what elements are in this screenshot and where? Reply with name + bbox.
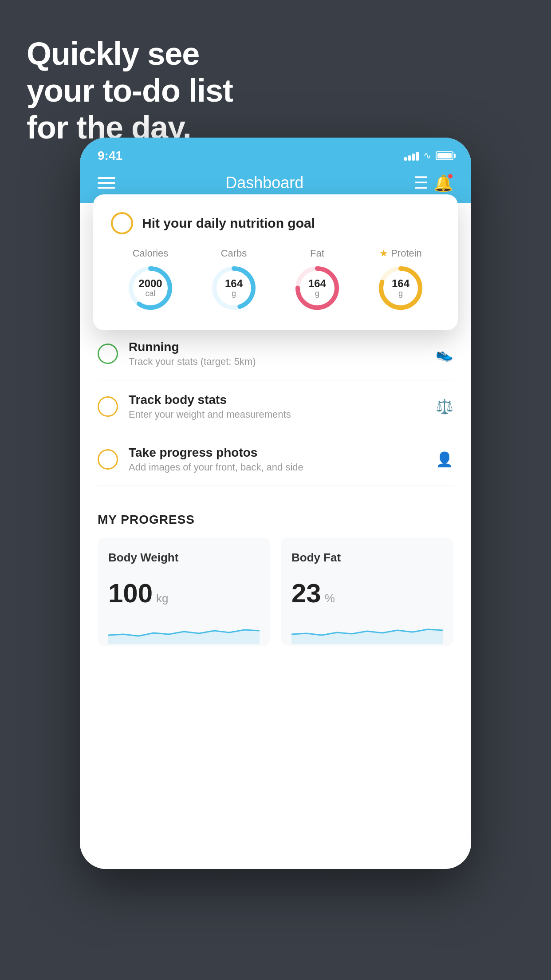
nutrition-protein: ★ Protein 164 g <box>376 248 425 312</box>
phone-mockup: 9:41 ∿ Dashboard ☰ 🔔 THINGS TO DO TODAY <box>80 138 471 869</box>
nutrition-calories: Calories 2000 cal <box>126 248 175 312</box>
nutrition-check-circle <box>111 212 133 234</box>
calories-value: 2000 <box>138 278 162 289</box>
protein-unit: g <box>392 289 409 298</box>
menu-button[interactable] <box>98 177 115 189</box>
body-fat-value-row: 23 % <box>291 578 443 609</box>
progress-cards: Body Weight 100 kg Body Fat 23 % <box>98 537 453 646</box>
body-stats-title: Track body stats <box>129 393 425 407</box>
status-time: 9:41 <box>98 149 122 163</box>
body-weight-number: 100 <box>108 578 153 609</box>
carbs-value: 164 <box>225 278 243 289</box>
calories-ring: 2000 cal <box>126 264 175 312</box>
photos-icon: 👤 <box>436 451 453 468</box>
calories-label: Calories <box>133 248 169 259</box>
notification-button[interactable]: ☰ 🔔 <box>413 173 453 193</box>
progress-section: MY PROGRESS Body Weight 100 kg Body Fat <box>80 486 471 664</box>
phone-content: THINGS TO DO TODAY Hit your daily nutrit… <box>80 203 471 869</box>
body-weight-chart <box>108 617 260 644</box>
nutrition-card-header: Hit your daily nutrition goal <box>111 212 440 234</box>
photos-check-circle <box>98 449 118 470</box>
hero-text: Quickly see your to-do list for the day. <box>27 36 233 146</box>
fat-ring: 164 g <box>293 264 342 312</box>
protein-value: 164 <box>392 278 409 289</box>
nutrition-fat: Fat 164 g <box>293 248 342 312</box>
wifi-icon: ∿ <box>423 150 431 162</box>
photos-title: Take progress photos <box>129 446 425 460</box>
body-weight-value-row: 100 kg <box>108 578 260 609</box>
body-stats-text: Track body stats Enter your weight and m… <box>129 393 425 420</box>
body-fat-title: Body Fat <box>291 551 443 565</box>
body-weight-unit: kg <box>156 592 168 605</box>
body-fat-card[interactable]: Body Fat 23 % <box>281 537 453 646</box>
todo-body-stats[interactable]: Track body stats Enter your weight and m… <box>98 380 453 433</box>
nutrition-card[interactable]: Hit your daily nutrition goal Calories 2… <box>93 194 458 330</box>
carbs-label: Carbs <box>221 248 247 259</box>
nutrition-card-title: Hit your daily nutrition goal <box>142 216 315 231</box>
calories-unit: cal <box>138 289 162 298</box>
body-stats-icon: ⚖️ <box>436 398 453 415</box>
body-weight-title: Body Weight <box>108 551 260 565</box>
star-icon: ★ <box>379 248 388 259</box>
body-stats-check-circle <box>98 396 118 417</box>
body-weight-card[interactable]: Body Weight 100 kg <box>98 537 270 646</box>
fat-value: 164 <box>308 278 326 289</box>
carbs-unit: g <box>225 289 243 298</box>
running-subtitle: Track your stats (target: 5km) <box>129 356 425 368</box>
body-stats-subtitle: Enter your weight and measurements <box>129 409 425 420</box>
protein-label: ★ Protein <box>379 248 422 259</box>
body-fat-chart <box>291 617 443 644</box>
signal-icon <box>404 151 419 161</box>
running-icon: 👟 <box>436 345 453 362</box>
photos-text: Take progress photos Add images of your … <box>129 446 425 473</box>
running-text: Running Track your stats (target: 5km) <box>129 340 425 368</box>
carbs-ring: 164 g <box>209 264 258 312</box>
fat-unit: g <box>308 289 326 298</box>
todo-progress-photos[interactable]: Take progress photos Add images of your … <box>98 433 453 486</box>
svg-marker-8 <box>108 630 260 644</box>
running-check-circle <box>98 344 118 364</box>
running-title: Running <box>129 340 425 354</box>
todo-list: Running Track your stats (target: 5km) 👟… <box>80 328 471 486</box>
status-icons: ∿ <box>404 150 453 162</box>
protein-ring: 164 g <box>376 264 425 312</box>
fat-label: Fat <box>310 248 324 259</box>
battery-icon <box>436 151 453 160</box>
nav-title: Dashboard <box>225 174 303 192</box>
nutrition-carbs: Carbs 164 g <box>209 248 258 312</box>
hero-line1: Quickly see <box>27 36 233 72</box>
status-bar: 9:41 ∿ <box>80 138 471 166</box>
body-fat-number: 23 <box>291 578 321 609</box>
nutrition-row: Calories 2000 cal Carbs <box>111 248 440 312</box>
body-fat-unit: % <box>325 592 335 605</box>
svg-marker-9 <box>291 629 443 644</box>
photos-subtitle: Add images of your front, back, and side <box>129 462 425 473</box>
todo-running[interactable]: Running Track your stats (target: 5km) 👟 <box>98 328 453 380</box>
hero-line2: your to-do list <box>27 72 233 109</box>
progress-section-title: MY PROGRESS <box>98 513 453 527</box>
